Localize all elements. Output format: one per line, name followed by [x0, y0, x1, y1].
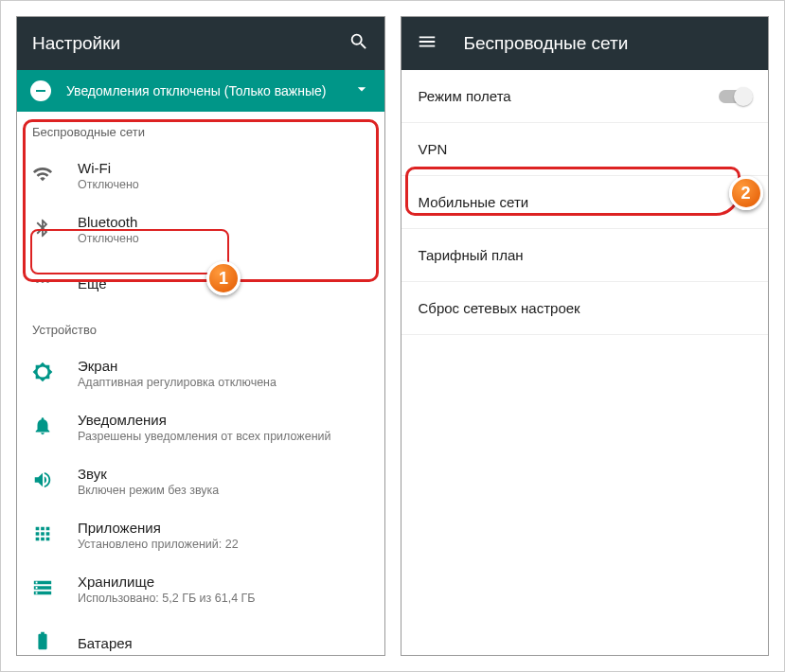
- battery-title: Батарея: [78, 635, 369, 651]
- notifications-title: Уведомления: [78, 412, 369, 428]
- plan-title: Тарифный план: [419, 247, 752, 263]
- storage-row[interactable]: Хранилище Использовано: 5,2 ГБ из 61,4 Г…: [17, 562, 384, 616]
- apps-title: Приложения: [78, 520, 369, 536]
- display-sub: Адаптивная регулировка отключена: [78, 376, 369, 389]
- network-reset-row[interactable]: Сброс сетевых настроек: [401, 282, 769, 335]
- mobile-title: Мобильные сети: [419, 194, 752, 210]
- wifi-title: Wi-Fi: [78, 160, 369, 176]
- display-icon: [32, 362, 78, 386]
- wifi-sub: Отключено: [78, 178, 369, 191]
- notifications-sub: Разрешены уведомления от всех приложений: [78, 430, 369, 443]
- hamburger-icon[interactable]: [417, 31, 437, 56]
- settings-screen: Настройки Уведомления отключены (Только …: [16, 16, 385, 656]
- appbar-title: Настройки: [32, 33, 348, 54]
- sound-title: Звук: [78, 466, 369, 482]
- airplane-row[interactable]: Режим полета: [401, 70, 769, 123]
- wifi-row[interactable]: Wi-Fi Отключено: [17, 149, 384, 203]
- display-row[interactable]: Экран Адаптивная регулировка отключена: [17, 346, 384, 400]
- minus-icon: [30, 80, 51, 101]
- settings-list[interactable]: Беспроводные сети Wi-Fi Отключено Blueto…: [17, 112, 384, 655]
- wireless-screen: Беспроводные сети Режим полета VPN Мобил…: [401, 16, 770, 656]
- search-icon[interactable]: [348, 31, 369, 56]
- wireless-list[interactable]: Режим полета VPN Мобильные сети Тарифный…: [401, 70, 769, 655]
- notifications-row[interactable]: Уведомления Разрешены уведомления от все…: [17, 400, 384, 454]
- banner-text: Уведомления отключены (Только важные): [66, 82, 352, 99]
- wifi-icon: [32, 164, 78, 188]
- airplane-title: Режим полета: [419, 88, 720, 104]
- display-title: Экран: [78, 358, 369, 374]
- chevron-down-icon: [352, 80, 371, 102]
- data-plan-row[interactable]: Тарифный план: [401, 229, 769, 282]
- bluetooth-title: Bluetooth: [78, 214, 369, 230]
- sound-icon: [32, 469, 78, 494]
- reset-title: Сброс сетевых настроек: [419, 300, 752, 316]
- appbar-title: Беспроводные сети: [464, 33, 754, 54]
- mobile-networks-row[interactable]: Мобильные сети: [401, 176, 769, 229]
- notifications-banner[interactable]: Уведомления отключены (Только важные): [17, 70, 384, 112]
- apps-row[interactable]: Приложения Установлено приложений: 22: [17, 508, 384, 562]
- bluetooth-icon: [32, 218, 78, 242]
- sound-row[interactable]: Звук Включен режим без звука: [17, 454, 384, 508]
- airplane-toggle[interactable]: [719, 90, 751, 103]
- storage-sub: Использовано: 5,2 ГБ из 61,4 ГБ: [78, 592, 369, 605]
- vpn-title: VPN: [419, 141, 752, 157]
- apps-icon: [32, 523, 78, 548]
- appbar-settings: Настройки: [17, 17, 384, 70]
- storage-title: Хранилище: [78, 574, 369, 590]
- battery-row[interactable]: Батарея: [17, 616, 384, 655]
- bluetooth-sub: Отключено: [78, 232, 369, 245]
- storage-icon: [32, 577, 78, 602]
- apps-sub: Установлено приложений: 22: [78, 538, 369, 551]
- section-device: Устройство: [17, 309, 384, 346]
- battery-icon: [32, 630, 78, 655]
- section-wireless: Беспроводные сети: [17, 112, 384, 149]
- sound-sub: Включен режим без звука: [78, 484, 369, 497]
- more-row[interactable]: Ещё: [17, 256, 384, 309]
- step-badge-2: 2: [729, 176, 763, 210]
- more-icon: [32, 271, 78, 295]
- bell-icon: [32, 416, 78, 440]
- step-badge-1: 1: [206, 261, 241, 295]
- appbar-wireless: Беспроводные сети: [401, 17, 769, 70]
- bluetooth-row[interactable]: Bluetooth Отключено: [17, 203, 384, 256]
- vpn-row[interactable]: VPN: [401, 123, 769, 176]
